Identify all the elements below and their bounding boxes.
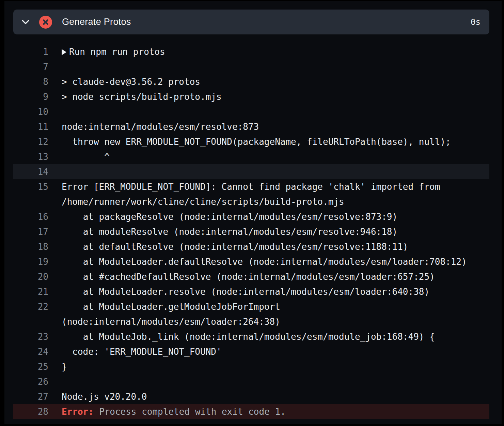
line-number[interactable]: 17 [13, 224, 48, 239]
line-number[interactable]: 28 [13, 404, 48, 419]
log-line: 17 at moduleResolve (node:internal/modul… [13, 224, 489, 239]
line-number[interactable]: 8 [13, 74, 48, 89]
log-line: 15 Error [ERR_MODULE_NOT_FOUND]: Cannot … [13, 179, 489, 209]
log-line: 25 } [13, 359, 489, 374]
line-text: } [62, 359, 489, 374]
line-number[interactable]: 24 [13, 344, 48, 359]
step-title: Generate Protos [62, 17, 131, 27]
line-text: code: 'ERR_MODULE_NOT_FOUND' [62, 344, 489, 359]
log-line: 8 > claude-dev@3.56.2 protos [13, 74, 489, 89]
line-number[interactable]: 10 [13, 104, 48, 119]
log-line: 11 node:internal/modules/esm/resolve:873 [13, 119, 489, 134]
log-line: 23 at ModuleJob._link (node:internal/mod… [13, 329, 489, 344]
log-line: 26 [13, 374, 489, 389]
line-number[interactable]: 13 [13, 149, 48, 164]
line-number[interactable]: 23 [13, 329, 48, 344]
log-line: 19 at ModuleLoader.defaultResolve (node:… [13, 254, 489, 269]
line-number[interactable]: 1 [13, 44, 48, 59]
log-line: 9 > node scripts/build-proto.mjs [13, 89, 489, 104]
step-header[interactable]: Generate Protos 0s [13, 10, 489, 34]
line-text: throw new ERR_MODULE_NOT_FOUND(packageNa… [62, 134, 489, 149]
log-line[interactable]: 1 Run npm run protos [13, 44, 489, 59]
line-number[interactable]: 14 [13, 164, 48, 179]
log-line: 7 [13, 59, 489, 74]
step-duration: 0s [471, 17, 481, 27]
log-line: 16 at packageResolve (node:internal/modu… [13, 209, 489, 224]
log-line: 21 at ModuleLoader.resolve (node:interna… [13, 284, 489, 299]
log-line: 12 throw new ERR_MODULE_NOT_FOUND(packag… [13, 134, 489, 149]
line-text: at packageResolve (node:internal/modules… [62, 209, 489, 224]
log-line: 20 at #cachedDefaultResolve (node:intern… [13, 269, 489, 284]
line-number[interactable]: 7 [13, 59, 48, 74]
x-circle-icon [39, 16, 52, 29]
line-number[interactable]: 12 [13, 134, 48, 149]
log-line: 14 [13, 164, 489, 179]
line-number[interactable]: 20 [13, 269, 48, 284]
log-line: 10 [13, 104, 489, 119]
triangle-right-icon[interactable] [62, 49, 66, 55]
line-text: at moduleResolve (node:internal/modules/… [62, 224, 489, 239]
step-log-container: Generate Protos 0s 1 Run npm run protos … [13, 10, 489, 419]
line-text: > claude-dev@3.56.2 protos [62, 74, 489, 89]
line-number[interactable]: 27 [13, 389, 48, 404]
line-number[interactable]: 25 [13, 359, 48, 374]
line-text: Error [ERR_MODULE_NOT_FOUND]: Cannot fin… [62, 179, 489, 209]
line-text: at #cachedDefaultResolve (node:internal/… [62, 269, 489, 284]
line-number[interactable]: 18 [13, 239, 48, 254]
log-line: 28 Error:Process completed with exit cod… [13, 404, 489, 419]
line-text: at ModuleLoader.defaultResolve (node:int… [62, 254, 489, 269]
line-text: at defaultResolve (node:internal/modules… [62, 239, 489, 254]
log-line: 18 at defaultResolve (node:internal/modu… [13, 239, 489, 254]
line-text: ^ [62, 149, 489, 164]
error-label: Error: [62, 407, 94, 417]
log-line: 27 Node.js v20.20.0 [13, 389, 489, 404]
chevron-down-icon[interactable] [21, 19, 30, 25]
line-text: at ModuleJob._link (node:internal/module… [62, 329, 489, 344]
log-line: 22 at ModuleLoader.getModuleJobForImport… [13, 299, 489, 329]
log-viewer-page: Generate Protos 0s 1 Run npm run protos … [4, 1, 502, 424]
line-number[interactable]: 21 [13, 284, 48, 299]
line-text: node:internal/modules/esm/resolve:873 [62, 119, 489, 134]
line-text: Run npm run protos [62, 44, 489, 59]
line-number[interactable]: 15 [13, 179, 48, 194]
log-line: 13 ^ [13, 149, 489, 164]
line-text: Error:Process completed with exit code 1… [62, 404, 489, 419]
log-line: 24 code: 'ERR_MODULE_NOT_FOUND' [13, 344, 489, 359]
line-number[interactable]: 26 [13, 374, 48, 389]
line-number[interactable]: 19 [13, 254, 48, 269]
line-number[interactable]: 16 [13, 209, 48, 224]
line-text: at ModuleLoader.getModuleJobForImport (n… [62, 299, 489, 329]
line-text: > node scripts/build-proto.mjs [62, 89, 489, 104]
log-lines: 1 Run npm run protos 7 8 > claude-dev@3.… [13, 44, 489, 419]
line-number[interactable]: 22 [13, 299, 48, 314]
line-number[interactable]: 9 [13, 89, 48, 104]
line-text: Node.js v20.20.0 [62, 389, 489, 404]
line-number[interactable]: 11 [13, 119, 48, 134]
line-text: at ModuleLoader.resolve (node:internal/m… [62, 284, 489, 299]
